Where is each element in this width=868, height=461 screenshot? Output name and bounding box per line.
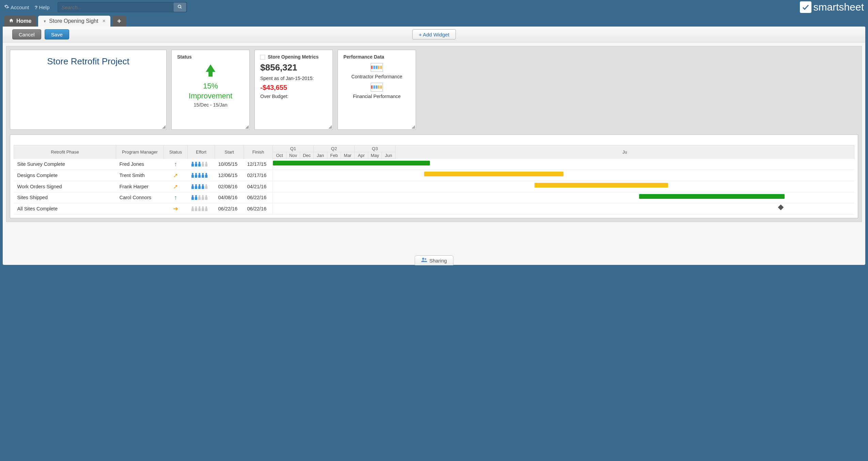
status-header: Status xyxy=(177,54,244,60)
cell-phase: Work Orders Signed xyxy=(14,181,116,192)
col-pm[interactable]: Program Manager xyxy=(116,145,164,159)
gantt-timeline-cell xyxy=(273,170,854,181)
cell-pm: Frank Harper xyxy=(116,181,164,192)
col-month-3: Jan xyxy=(314,152,327,159)
col-effort[interactable]: Effort xyxy=(188,145,215,159)
help-link[interactable]: ? Help xyxy=(34,4,49,10)
add-widget-button[interactable]: + Add Widget xyxy=(412,29,456,39)
col-month-2: Dec xyxy=(300,152,314,159)
person-icon xyxy=(198,162,201,166)
table-row[interactable]: All Sites Complete➔06/22/1606/22/16 xyxy=(14,203,854,214)
tab-store-opening[interactable]: ▼ Store Opening Sight × xyxy=(38,16,110,27)
table-row[interactable]: Work Orders SignedFrank Harper➚02/08/160… xyxy=(14,181,854,192)
col-start[interactable]: Start xyxy=(215,145,244,159)
close-icon[interactable]: × xyxy=(102,18,105,24)
resize-handle-icon[interactable] xyxy=(328,125,332,129)
gantt-bar[interactable] xyxy=(273,161,430,165)
person-icon xyxy=(201,173,204,178)
topbar: Account ? Help smartsheet xyxy=(0,0,868,14)
person-icon xyxy=(205,173,208,178)
col-phase[interactable]: Retrofit Phase xyxy=(14,145,116,159)
cell-phase: Designs Complete xyxy=(14,170,116,181)
table-row[interactable]: Site Survey CompleteFred Jones↑10/05/151… xyxy=(14,159,854,170)
resize-handle-icon[interactable] xyxy=(245,125,249,129)
perf-label-2: Financial Performance xyxy=(343,94,410,99)
metrics-amount: $856,321 xyxy=(260,62,327,73)
gantt-bar[interactable] xyxy=(534,183,668,188)
widget-status[interactable]: Status 15% Improvement 15/Dec - 15/Jan xyxy=(171,50,250,130)
cell-finish: 02/17/16 xyxy=(244,170,273,181)
resize-handle-icon[interactable] xyxy=(412,125,415,129)
perf-item-financial[interactable]: Financial Performance xyxy=(343,83,410,99)
col-month-9: Ju xyxy=(396,145,854,159)
svg-point-0 xyxy=(178,5,181,7)
search-input[interactable] xyxy=(58,4,173,10)
report-icon xyxy=(371,83,383,92)
gantt-timeline-cell xyxy=(273,203,854,214)
perf-header: Performance Data xyxy=(343,54,410,60)
cell-effort xyxy=(188,159,215,170)
person-icon xyxy=(201,162,204,166)
sharing-button[interactable]: Sharing xyxy=(415,255,453,265)
cell-phase: All Sites Complete xyxy=(14,203,116,214)
save-button[interactable]: Save xyxy=(45,29,69,39)
widget-metrics[interactable]: Store Opening Metrics $856,321 Spent as … xyxy=(254,50,333,130)
person-icon xyxy=(195,173,198,178)
metrics-over-amount: -$43,655 xyxy=(260,84,327,92)
cell-finish: 06/22/16 xyxy=(244,203,273,214)
perf-item-contractor[interactable]: Contractor Performance xyxy=(343,63,410,79)
person-icon xyxy=(198,184,201,189)
person-icon xyxy=(191,184,194,189)
cell-status: ↑ xyxy=(164,159,188,170)
arrow-up-right-icon: ➚ xyxy=(173,183,178,190)
effort-indicator xyxy=(191,162,212,166)
col-month-8: Jun xyxy=(382,152,396,159)
search-icon xyxy=(177,4,182,10)
person-icon xyxy=(205,184,208,189)
gantt-bar[interactable] xyxy=(424,172,564,176)
cell-status: ↑ xyxy=(164,192,188,203)
cancel-button[interactable]: Cancel xyxy=(12,29,41,39)
help-label: Help xyxy=(39,4,49,10)
col-finish[interactable]: Finish xyxy=(244,145,273,159)
table-row[interactable]: Sites ShippedCarol Connors↑04/08/1606/22… xyxy=(14,192,854,203)
svg-line-1 xyxy=(181,7,182,8)
cell-status: ➚ xyxy=(164,170,188,181)
person-icon xyxy=(201,195,204,200)
person-icon xyxy=(195,184,198,189)
report-icon xyxy=(371,63,383,72)
cell-phase: Site Survey Complete xyxy=(14,159,116,170)
tab-label: Store Opening Sight xyxy=(49,18,98,24)
arrow-up-icon: ↑ xyxy=(174,161,177,168)
new-tab-button[interactable]: + xyxy=(112,16,126,27)
gantt-timeline-cell xyxy=(273,159,854,170)
cell-phase: Sites Shipped xyxy=(14,192,116,203)
col-status[interactable]: Status xyxy=(164,145,188,159)
cell-finish: 12/17/15 xyxy=(244,159,273,170)
person-icon xyxy=(198,173,201,178)
gantt-table: Retrofit Phase Program Manager Status Ef… xyxy=(14,145,854,214)
account-link[interactable]: Account xyxy=(4,4,29,10)
person-icon xyxy=(191,195,194,200)
arrow-up-icon: ↑ xyxy=(174,194,177,201)
status-label: Improvement xyxy=(189,92,232,100)
gantt-bar[interactable] xyxy=(639,194,785,199)
milestone-diamond-icon[interactable] xyxy=(778,204,784,210)
widget-performance[interactable]: Performance Data Contractor Performance … xyxy=(338,50,416,130)
widget-gantt[interactable]: Retrofit Phase Program Manager Status Ef… xyxy=(10,134,858,218)
resize-handle-icon[interactable] xyxy=(162,125,166,129)
chevron-down-icon[interactable]: ▼ xyxy=(43,19,46,23)
person-icon xyxy=(198,206,201,211)
account-label: Account xyxy=(11,4,29,10)
col-q2: Q2 xyxy=(314,145,355,152)
widget-title[interactable]: Store Retrofit Project xyxy=(10,50,167,130)
col-month-1: Nov xyxy=(286,152,300,159)
person-icon xyxy=(201,206,204,211)
project-title: Store Retrofit Project xyxy=(47,56,129,125)
home-tab[interactable]: Home xyxy=(4,16,36,27)
gear-icon xyxy=(4,4,9,10)
search-button[interactable] xyxy=(173,2,186,12)
cell-pm: Trent Smith xyxy=(116,170,164,181)
table-row[interactable]: Designs CompleteTrent Smith➚12/06/1502/1… xyxy=(14,170,854,181)
status-pct: 15% xyxy=(203,82,218,90)
